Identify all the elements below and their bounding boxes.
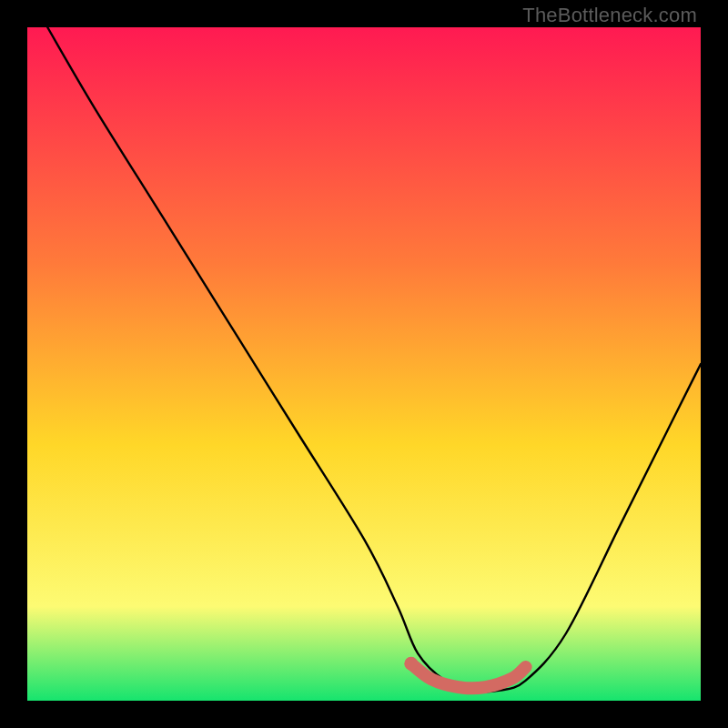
plot-area (27, 27, 701, 701)
bottleneck-curve (47, 27, 701, 692)
chart-stage: TheBottleneck.com (0, 0, 728, 728)
optimal-start-dot (404, 657, 418, 671)
watermark-text: TheBottleneck.com (522, 4, 697, 27)
curve-layer (27, 27, 701, 701)
